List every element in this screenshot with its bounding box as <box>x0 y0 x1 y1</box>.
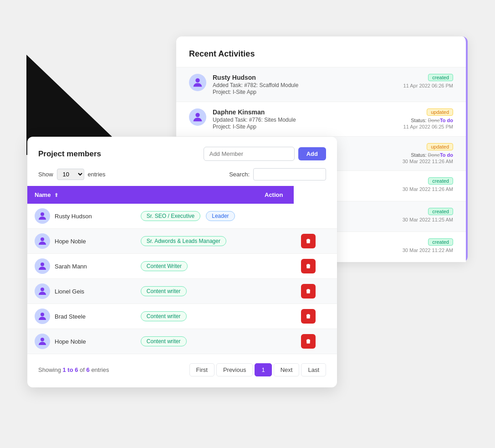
avatar <box>189 108 206 126</box>
svg-point-10 <box>41 313 44 316</box>
action-cell <box>294 254 337 279</box>
badge-updated: updated <box>427 143 453 150</box>
table-row: Rusty Hudson Sr. SEO / Executive Leader <box>27 204 337 229</box>
name-cell: Hope Noble <box>27 229 133 254</box>
action-cell <box>294 304 337 329</box>
member-name: Lionel Geis <box>55 288 84 295</box>
search-label: Search: <box>229 171 250 178</box>
add-member-group: Add <box>204 147 326 161</box>
role-badge: Content Writer <box>141 261 188 271</box>
page-1-button[interactable]: 1 <box>255 363 271 376</box>
add-member-input[interactable] <box>204 147 295 161</box>
leader-badge: Leader <box>206 211 235 221</box>
badge-created: created <box>428 208 453 215</box>
svg-point-11 <box>41 338 44 341</box>
name-cell: Lionel Geis <box>27 279 133 304</box>
member-name: Rusty Hudson <box>55 213 92 220</box>
role-badge: Content writer <box>141 336 187 346</box>
showing-range: 1 to 6 <box>62 366 78 373</box>
activity-name: Rusty Hudson <box>213 74 392 81</box>
svg-point-8 <box>41 263 44 266</box>
pagination-buttons: First Previous 1 Next Last <box>189 363 326 376</box>
member-name: Hope Noble <box>55 238 86 245</box>
status-line: Status: DoneTo do <box>398 118 453 123</box>
svg-point-7 <box>41 237 44 241</box>
action-cell <box>294 229 337 254</box>
entries-label: entries <box>88 171 106 178</box>
activity-content: Daphne Kinsman Updated Task: #776: Sites… <box>213 108 392 130</box>
members-table: Name ⬆ Action Rusty Hudson Sr. SEO / Exe… <box>27 186 337 354</box>
activity-meta: updated Status: DoneTo do 11 Apr 2022 06… <box>398 108 453 129</box>
role-cell: Content writer <box>133 329 294 354</box>
search-group: Search: <box>229 168 326 180</box>
panel-title: Project members <box>38 149 101 159</box>
action-cell <box>294 329 337 354</box>
activity-item: Rusty Hudson Added Task: #782: Scaffold … <box>176 67 466 102</box>
role-badge: Sr. SEO / Executive <box>141 211 200 221</box>
svg-point-0 <box>195 78 199 82</box>
showing-total: 6 <box>87 366 90 373</box>
activity-item: Daphne Kinsman Updated Task: #776: Sites… <box>176 102 466 136</box>
name-cell: Brad Steele <box>27 304 133 329</box>
activity-project: Project: I-Site App <box>213 124 392 130</box>
delete-button[interactable] <box>301 284 316 299</box>
delete-button[interactable] <box>301 309 316 324</box>
delete-button[interactable] <box>301 259 316 273</box>
activity-name: Daphne Kinsman <box>213 108 392 116</box>
col-name[interactable]: Name ⬆ <box>27 186 133 204</box>
page-next-button[interactable]: Next <box>274 363 300 376</box>
name-cell: Rusty Hudson <box>27 204 133 229</box>
delete-button[interactable] <box>301 334 316 349</box>
sort-icon: ⬆ <box>54 192 58 198</box>
activity-task: Updated Task: #776: Sites Module <box>213 117 392 123</box>
svg-point-6 <box>41 212 44 216</box>
show-entries: Show 10 25 50 100 entries <box>38 169 106 180</box>
add-member-button[interactable]: Add <box>298 147 326 160</box>
activity-meta: created 30 Mar 2022 11:22 AM <box>398 238 453 253</box>
activity-meta: created 30 Mar 2022 11:25 AM <box>398 208 453 222</box>
role-cell: Sr. SEO / Executive Leader <box>133 204 294 229</box>
role-cell: Content Writer <box>133 254 294 279</box>
action-cell <box>294 279 337 304</box>
status-line: Status: DoneTo do <box>398 152 453 158</box>
panel-header: Project members Add <box>27 137 337 168</box>
badge-created: created <box>428 74 453 81</box>
page-previous-button[interactable]: Previous <box>216 363 253 376</box>
avatar <box>189 74 206 91</box>
delete-button[interactable] <box>301 234 316 248</box>
activity-task: Added Task: #782: Scaffold Module <box>213 82 392 88</box>
member-name: Sarah Mann <box>55 263 87 270</box>
role-cell: Content writer <box>133 304 294 329</box>
pagination-row: Showing 1 to 6 of 6 entries First Previo… <box>27 354 337 376</box>
member-avatar <box>35 258 50 274</box>
member-name: Brad Steele <box>55 313 86 320</box>
activity-meta: created 30 Mar 2022 11:26 AM <box>398 177 453 192</box>
col-action: Action <box>133 186 294 204</box>
member-avatar <box>35 334 50 349</box>
badge-updated: updated <box>427 108 453 116</box>
activity-meta: updated Status: DoneTo do 30 Mar 2022 11… <box>398 143 453 164</box>
role-badge: Content writer <box>141 311 187 321</box>
member-avatar <box>35 283 50 299</box>
table-row: Lionel Geis Content writer <box>27 279 337 304</box>
search-input[interactable] <box>253 168 326 180</box>
showing-text: Showing 1 to 6 of 6 entries <box>38 366 109 373</box>
member-avatar <box>35 233 50 249</box>
member-avatar <box>35 208 50 224</box>
role-cell: Sr. Adwords & Leads Manager <box>133 229 294 254</box>
entries-select[interactable]: 10 25 50 100 <box>57 169 84 180</box>
role-badge: Content writer <box>141 286 187 296</box>
table-row: Hope Noble Content writer <box>27 329 337 354</box>
name-cell: Sarah Mann <box>27 254 133 279</box>
page-first-button[interactable]: First <box>189 363 214 376</box>
member-avatar <box>35 309 50 324</box>
action-cell <box>294 204 337 229</box>
project-members-panel: Project members Add Show 10 25 50 100 en… <box>27 137 337 387</box>
activity-project: Project: I-Site App <box>213 89 392 95</box>
table-row: Brad Steele Content writer <box>27 304 337 329</box>
page-last-button[interactable]: Last <box>301 363 326 376</box>
page-wrapper: Recent Activities Rusty Hudson Added Tas… <box>0 0 495 448</box>
activity-content: Rusty Hudson Added Task: #782: Scaffold … <box>213 74 392 95</box>
table-row: Sarah Mann Content Writer <box>27 254 337 279</box>
svg-point-1 <box>195 113 199 117</box>
